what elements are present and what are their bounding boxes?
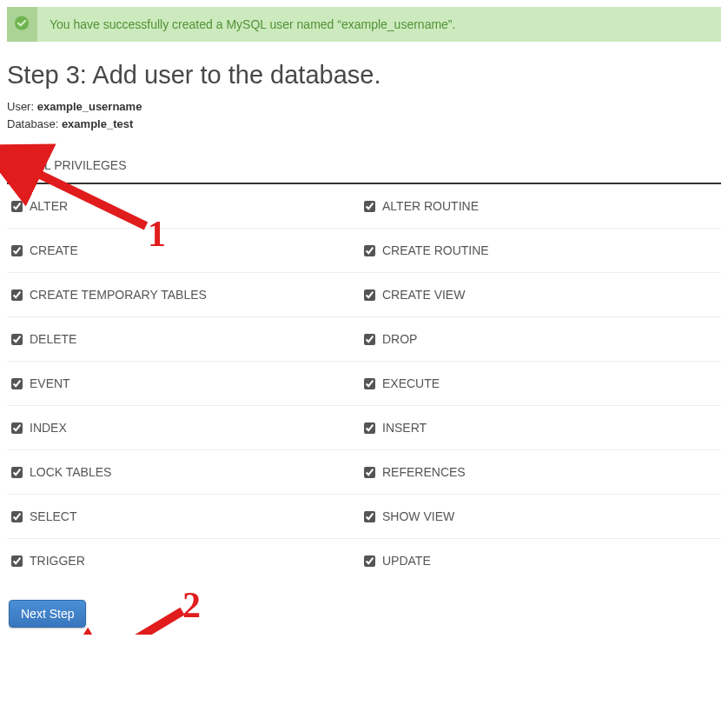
priv-label: INDEX bbox=[30, 421, 67, 435]
priv-label: INSERT bbox=[382, 421, 427, 435]
priv-create-routine-checkbox[interactable] bbox=[364, 245, 375, 256]
database-value: example_test bbox=[62, 117, 133, 130]
meta-block: User: example_username Database: example… bbox=[7, 98, 721, 132]
priv-label: SELECT bbox=[30, 509, 76, 523]
svg-point-0 bbox=[15, 17, 29, 30]
database-label: Database: bbox=[7, 117, 58, 130]
priv-label: DROP bbox=[382, 332, 417, 346]
priv-create-view-checkbox[interactable] bbox=[364, 289, 375, 301]
priv-label: CREATE VIEW bbox=[382, 288, 465, 302]
priv-label: CREATE bbox=[30, 243, 78, 257]
priv-alter-checkbox[interactable] bbox=[11, 201, 23, 212]
user-label: User: bbox=[7, 100, 34, 113]
check-circle-icon bbox=[14, 16, 30, 34]
priv-trigger-checkbox[interactable] bbox=[11, 555, 23, 567]
priv-label: LOCK TABLES bbox=[30, 465, 111, 479]
priv-label: ALTER ROUTINE bbox=[382, 199, 479, 213]
priv-create-temp-tables-checkbox[interactable] bbox=[11, 289, 23, 301]
page-title: Step 3: Add user to the database. bbox=[7, 61, 721, 90]
next-step-button[interactable]: Next Step bbox=[9, 600, 86, 628]
user-value: example_username bbox=[37, 100, 142, 113]
priv-label: EVENT bbox=[30, 376, 70, 390]
priv-label: CREATE TEMPORARY TABLES bbox=[30, 288, 207, 302]
priv-show-view-checkbox[interactable] bbox=[364, 511, 375, 522]
all-privileges-label: ALL PRIVILEGES bbox=[30, 158, 127, 172]
priv-event-checkbox[interactable] bbox=[11, 378, 23, 389]
privileges-box: ALL PRIVILEGES ALTER ALTER ROUTINE CREAT… bbox=[7, 148, 721, 582]
priv-label: CREATE ROUTINE bbox=[382, 243, 489, 257]
annotation-number-2: 2 bbox=[182, 585, 201, 625]
priv-drop-checkbox[interactable] bbox=[364, 334, 375, 345]
priv-insert-checkbox[interactable] bbox=[364, 422, 375, 434]
priv-label: REFERENCES bbox=[382, 465, 466, 479]
priv-delete-checkbox[interactable] bbox=[11, 334, 23, 345]
priv-label: ALTER bbox=[30, 199, 68, 213]
all-privileges-checkbox[interactable] bbox=[11, 160, 23, 171]
success-alert-text: You have successfully created a MySQL us… bbox=[50, 17, 455, 31]
priv-select-checkbox[interactable] bbox=[11, 511, 23, 522]
priv-execute-checkbox[interactable] bbox=[364, 378, 375, 389]
priv-label: DELETE bbox=[30, 332, 76, 346]
priv-lock-tables-checkbox[interactable] bbox=[11, 467, 23, 478]
svg-line-2 bbox=[100, 611, 182, 635]
priv-references-checkbox[interactable] bbox=[364, 467, 375, 478]
priv-label: SHOW VIEW bbox=[382, 509, 454, 523]
priv-index-checkbox[interactable] bbox=[11, 422, 23, 434]
priv-label: TRIGGER bbox=[30, 554, 85, 568]
priv-label: UPDATE bbox=[382, 554, 431, 568]
priv-alter-routine-checkbox[interactable] bbox=[364, 201, 375, 212]
priv-update-checkbox[interactable] bbox=[364, 555, 375, 567]
priv-label: EXECUTE bbox=[382, 376, 440, 390]
priv-create-checkbox[interactable] bbox=[11, 245, 23, 256]
success-alert: You have successfully created a MySQL us… bbox=[7, 7, 721, 42]
